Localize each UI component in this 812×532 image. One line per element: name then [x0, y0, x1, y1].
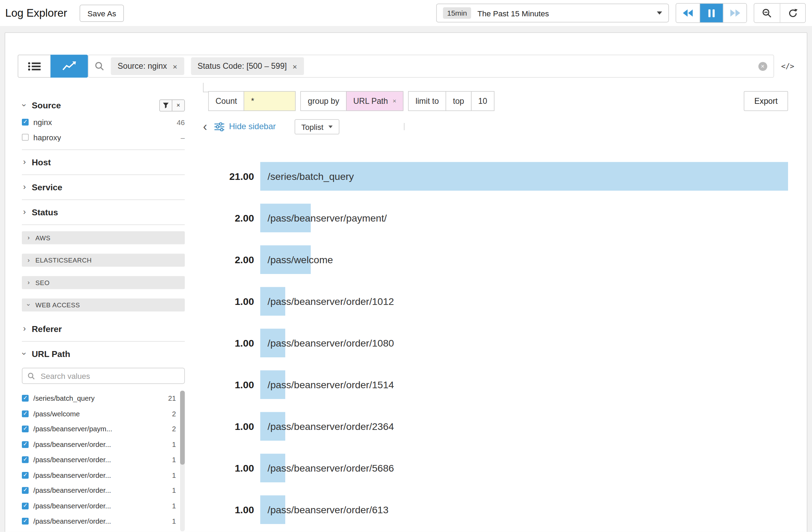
filter-pill[interactable]: Status Code: [500 – 599] ×	[191, 57, 304, 75]
forward-icon	[730, 9, 740, 17]
group-by-value-cell[interactable]: URL Path×	[346, 91, 404, 111]
value-checkbox[interactable]	[22, 395, 29, 402]
toplist-bar-track: /pass/beanserver/order/2364	[260, 412, 788, 441]
toplist-value: 1.00	[203, 379, 260, 390]
group-by-label-cell: group by	[301, 91, 346, 111]
funnel-icon	[163, 102, 169, 108]
facet-value-list: /series/batch_query21/pass/welcome2/pass…	[22, 391, 185, 529]
divider	[22, 150, 185, 150]
toplist-value: 1.00	[203, 296, 260, 307]
save-as-button[interactable]: Save As	[80, 5, 124, 22]
toplist-row: 1.00 /pass/beanserver/order/1514	[203, 371, 788, 399]
scrollbar-thumb[interactable]	[180, 391, 185, 465]
count-label-cell[interactable]: Count	[208, 91, 244, 111]
view-type-dropdown[interactable]: Toplist	[295, 119, 340, 134]
remove-group-by-icon[interactable]: ×	[392, 98, 396, 105]
facet-label: Status	[32, 207, 58, 217]
forward-button[interactable]	[723, 4, 747, 23]
clear-facet-button[interactable]: ×	[172, 100, 184, 111]
facet-group-label: WEB ACCESS	[35, 301, 80, 309]
clear-search-icon[interactable]: ×	[758, 62, 767, 71]
facet-value-row[interactable]: /pass/beanserver/order...1	[22, 467, 176, 483]
toplist-bar-label: /pass/beanserver/order/2364	[268, 421, 394, 432]
chevron-right-icon	[22, 208, 27, 216]
chart-view-button[interactable]	[51, 55, 88, 78]
facet-header-url-path[interactable]: URL Path	[22, 346, 185, 361]
limit-count-cell[interactable]: 10	[471, 91, 494, 111]
chevron-right-icon	[27, 279, 31, 286]
facet-value-row[interactable]: /pass/beanserver/order...1	[22, 498, 176, 514]
facet-header-source[interactable]: Source×	[22, 98, 185, 113]
facet-header-host[interactable]: Host	[22, 154, 185, 170]
facet-value-row[interactable]: /pass/beanserver/order...1	[22, 514, 176, 529]
query-connector-line	[203, 83, 209, 92]
value-checkbox[interactable]	[22, 410, 29, 417]
facet-value-row[interactable]: /pass/beanserver/order...1	[22, 483, 176, 498]
value-checkbox[interactable]	[22, 487, 29, 494]
value-checkbox[interactable]	[22, 134, 29, 141]
value-label: /pass/beanserver/order...	[33, 517, 111, 525]
toplist-bar-track: /pass/beanserver/order/5686	[260, 454, 788, 483]
time-range-picker[interactable]: 15min The Past 15 Minutes	[436, 4, 669, 23]
remove-filter-icon[interactable]: ×	[293, 62, 297, 71]
rewind-button[interactable]	[676, 4, 700, 23]
count-value-cell[interactable]: *	[244, 91, 296, 111]
hide-sidebar-link[interactable]: Hide sidebar	[214, 122, 276, 131]
toplist-row: 1.00 /pass/beanserver/order/1012	[203, 287, 788, 316]
toplist-bar-track: /pass/beanserver/payment/	[260, 204, 788, 233]
search-row: Source: nginx × Status Code: [500 – 599]…	[18, 55, 794, 78]
export-button[interactable]: Export	[744, 91, 788, 111]
value-checkbox[interactable]	[22, 426, 29, 433]
value-label: /pass/beanserver/order...	[33, 456, 111, 464]
value-count: –	[181, 133, 185, 141]
zoom-button[interactable]	[754, 4, 780, 23]
value-label: nginx	[33, 118, 52, 127]
facet-group-web-access[interactable]: WEB ACCESS	[22, 299, 185, 312]
value-checkbox[interactable]	[22, 119, 29, 126]
facet-value-row[interactable]: /pass/beanserver/paym...2	[22, 422, 176, 437]
collapse-sidebar-chevron[interactable]: ‹	[203, 120, 207, 133]
divider	[22, 175, 185, 175]
facet-value-row[interactable]: /pass/welcome2	[22, 406, 176, 421]
search-bar[interactable]: Source: nginx × Status Code: [500 – 599]…	[88, 55, 774, 78]
value-checkbox[interactable]	[22, 518, 29, 525]
value-checkbox[interactable]	[22, 441, 29, 448]
facet-value-row[interactable]: /pass/beanserver/order...1	[22, 437, 176, 452]
facet-group-label: AWS	[35, 234, 50, 241]
hide-sidebar-label: Hide sidebar	[229, 122, 276, 131]
facet-value-row[interactable]: /series/batch_query21	[22, 391, 176, 406]
facet-label: Host	[32, 157, 51, 167]
filter-pill[interactable]: Source: nginx ×	[111, 57, 184, 75]
list-view-button[interactable]	[18, 55, 51, 78]
facet-group-elasticsearch[interactable]: ELASTICSEARCH	[22, 254, 185, 267]
facet-group-seo[interactable]: SEO	[22, 276, 185, 289]
value-count: 1	[172, 502, 176, 510]
value-count: 1	[172, 441, 176, 449]
page-background: Source: nginx × Status Code: [500 – 599]…	[0, 26, 812, 532]
facet-search-input[interactable]	[40, 371, 179, 381]
facet-header-referer[interactable]: Referer	[22, 321, 185, 336]
divider	[22, 225, 185, 225]
pause-button[interactable]	[700, 4, 723, 23]
facet-group-label: ELASTICSEARCH	[35, 257, 92, 264]
facet-sidebar: Source×nginx46haproxy–HostServiceStatusA…	[5, 78, 191, 532]
value-count: 1	[172, 471, 176, 479]
limit-direction-cell[interactable]: top	[446, 91, 471, 111]
value-checkbox[interactable]	[22, 502, 29, 509]
value-checkbox[interactable]	[22, 472, 29, 479]
code-view-icon[interactable]: </>	[781, 62, 794, 70]
facet-value-row[interactable]: /pass/beanserver/order...1	[22, 452, 176, 467]
remove-filter-icon[interactable]: ×	[173, 62, 177, 71]
refresh-button[interactable]	[780, 4, 805, 23]
facet-value-row[interactable]: haproxy–	[22, 130, 185, 145]
divider	[22, 341, 185, 342]
facet-filter-controls: ×	[159, 99, 185, 111]
filter-facet-button[interactable]	[160, 100, 172, 111]
facet-header-service[interactable]: Service	[22, 179, 185, 195]
chevron-down-icon	[22, 101, 27, 109]
facet-header-status[interactable]: Status	[22, 204, 185, 220]
value-checkbox[interactable]	[22, 456, 29, 463]
facet-group-aws[interactable]: AWS	[22, 231, 185, 244]
limit-to-label-cell: limit to	[408, 91, 446, 111]
facet-value-row[interactable]: nginx46	[22, 115, 185, 130]
